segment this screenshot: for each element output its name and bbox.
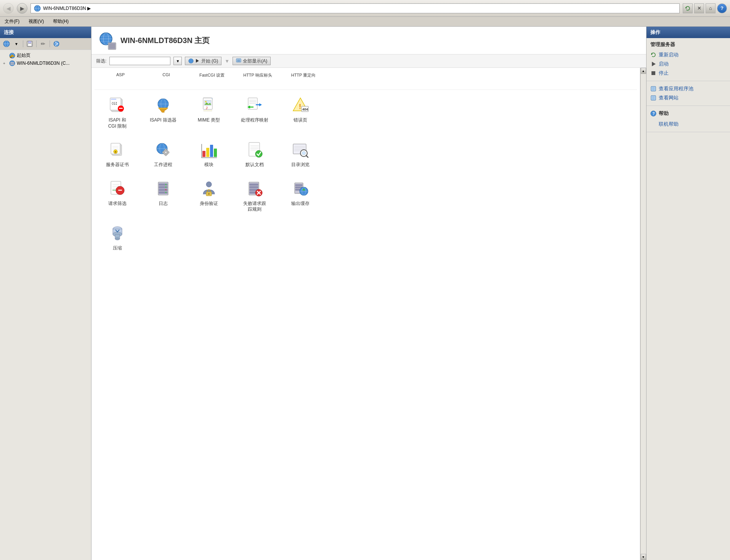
svg-point-111 [165, 189, 167, 190]
icon-server-cert[interactable]: ★ 服务器证书 [95, 136, 140, 172]
request-filter-icon [109, 180, 126, 197]
handler-mapping-label: 处理程序映射 [241, 117, 268, 123]
sidebar-globe-icon[interactable] [2, 40, 11, 48]
toolbar-separator-1 [23, 40, 23, 47]
partial-icon-asp[interactable]: ASP [98, 71, 143, 90]
isapi-cgi-icon: CGI [109, 96, 126, 114]
menu-help[interactable]: 帮助(H) [51, 18, 70, 26]
view-websites-action[interactable]: 查看网站 [650, 93, 726, 102]
svg-rect-20 [10, 64, 14, 65]
isapi-cgi-label: ISAPI 和CGI 限制 [108, 117, 127, 129]
isapi-filter-box [153, 95, 173, 115]
icon-failed-request[interactable]: 失败请求跟踪规则 [232, 175, 278, 216]
scroll-up-btn[interactable]: ▲ [641, 68, 646, 74]
icon-compression[interactable]: 压缩 [95, 219, 140, 255]
svg-point-115 [208, 193, 210, 195]
svg-marker-3 [685, 6, 687, 9]
failed-request-icon [246, 180, 263, 197]
icon-isapi-cgi[interactable]: CGI ISAPI 和CGI 限制 [95, 91, 140, 133]
tree-item-home[interactable]: 起始页 [0, 51, 91, 59]
svg-rect-117 [250, 184, 258, 186]
forward-button[interactable]: ▶ [17, 3, 27, 14]
sidebar-save-icon[interactable] [26, 40, 34, 48]
icon-mime[interactable]: ♪ MIME 类型 [186, 91, 232, 133]
scroll-track[interactable] [641, 74, 646, 554]
help-button[interactable]: ? [717, 3, 727, 13]
stop-action[interactable]: 停止 [650, 69, 726, 78]
online-help-action[interactable]: 联机帮助 [650, 120, 726, 129]
icon-request-filter[interactable]: 请求筛选 [95, 175, 140, 216]
svg-rect-77 [162, 152, 164, 153]
help-section-title: 帮助 [659, 110, 669, 117]
partial-icon-http-response[interactable]: HTTP 响应标头 [235, 71, 281, 90]
partial-icon-fastcgi[interactable]: FastCGI 设置 [189, 71, 235, 90]
svg-point-110 [165, 186, 167, 187]
error-page-label: 错误页 [294, 117, 307, 123]
default-doc-box [245, 140, 265, 160]
show-all-button[interactable]: 全部显示(A) [233, 57, 271, 65]
authentication-box [199, 179, 219, 198]
svg-point-88 [255, 150, 262, 157]
svg-rect-139 [651, 71, 655, 75]
svg-rect-51 [204, 110, 212, 111]
start-button[interactable]: ▶ 开始 (G) [185, 57, 221, 65]
sidebar-toolbar: ▼ ✏ [0, 38, 91, 50]
icon-isapi-filter[interactable]: ISAPI 筛选器 [140, 91, 186, 133]
sidebar: 连接 ▼ ✏ [0, 27, 91, 560]
view-section: 查看应用程序池 查看网站 [647, 81, 730, 106]
failed-request-box [245, 179, 265, 198]
svg-text:★: ★ [114, 150, 117, 153]
icon-dir-browse[interactable]: 目录浏览 [278, 136, 323, 172]
modules-icon [200, 141, 218, 158]
menu-file[interactable]: 文件(F) [3, 18, 21, 26]
svg-rect-8 [28, 41, 31, 43]
icon-error-page[interactable]: ! 404 错误页 [278, 91, 323, 133]
svg-rect-118 [250, 186, 258, 188]
filter-input[interactable] [109, 57, 170, 65]
menu-view[interactable]: 视图(V) [27, 18, 45, 26]
sidebar-connect-icon[interactable] [52, 40, 61, 48]
tree-server-label: WIN-6NMLDT86D3N (C... [17, 61, 70, 66]
svg-point-113 [206, 182, 212, 187]
partial-icon-cgi[interactable]: CGI [143, 71, 189, 90]
tree-item-server[interactable]: + WIN-6NMLDT86D3N (C... [0, 59, 91, 67]
refresh-button[interactable] [683, 3, 693, 13]
svg-marker-138 [652, 62, 656, 66]
tree-home-label: 起始页 [17, 52, 30, 59]
content-title: WIN-6NMLDT86D3N 主页 [120, 35, 210, 46]
show-all-icon [236, 58, 241, 64]
svg-text:404: 404 [302, 107, 308, 111]
help-action[interactable]: ? 帮助 [650, 109, 726, 118]
sidebar-edit-icon[interactable]: ✏ [39, 40, 47, 48]
svg-rect-76 [165, 154, 167, 156]
sidebar-dropdown-icon[interactable]: ▼ [12, 40, 21, 48]
icon-modules[interactable]: 模块 [186, 136, 232, 172]
icon-handler-mapping[interactable]: 处理程序映射 [232, 91, 278, 133]
back-button[interactable]: ◀ [3, 3, 14, 14]
svg-point-74 [165, 151, 167, 154]
home-button[interactable]: ⌂ [706, 3, 716, 13]
address-icon [34, 5, 41, 12]
error-page-box: ! 404 [290, 95, 310, 115]
restart-action[interactable]: 重新启动 [650, 50, 726, 59]
icon-authentication[interactable]: 身份验证 [186, 175, 232, 216]
mime-icon: ♪ [200, 96, 218, 114]
svg-text:?: ? [653, 112, 655, 116]
address-text: WIN-6NMLDT86D3N ▶ [43, 6, 91, 11]
stop-button[interactable]: ✕ [694, 3, 704, 13]
icon-output-cache[interactable]: 输出缓存 [278, 175, 323, 216]
filter-dropdown-btn[interactable]: ▼ [173, 57, 182, 65]
start-action[interactable]: 启动 [650, 59, 726, 69]
icon-worker-process[interactable]: 工作进程 [140, 136, 186, 172]
stop-label: 停止 [659, 70, 669, 77]
icon-default-doc[interactable]: 默认文档 [232, 136, 278, 172]
view-app-pool-action[interactable]: 查看应用程序池 [650, 84, 726, 93]
scroll-down-btn[interactable]: ▼ [641, 554, 646, 560]
partial-icon-http-redirect[interactable]: HTTP 重定向 [281, 71, 326, 90]
icon-logging[interactable]: 日志 [140, 175, 186, 216]
svg-rect-81 [210, 145, 213, 157]
output-cache-label: 输出缓存 [291, 201, 310, 207]
svg-rect-9 [28, 44, 32, 46]
start-label: 启动 [659, 61, 669, 67]
scrollbar[interactable]: ▲ ▼ [640, 68, 646, 560]
